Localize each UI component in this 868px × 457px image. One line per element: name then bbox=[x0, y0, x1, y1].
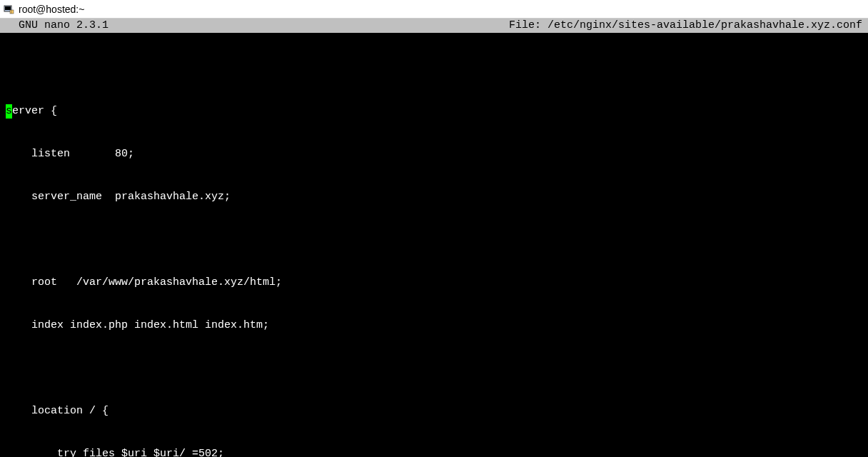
svg-rect-1 bbox=[5, 6, 11, 10]
file-line bbox=[0, 233, 868, 247]
file-line bbox=[0, 361, 868, 376]
file-line: server_name prakashavhale.xyz; bbox=[0, 190, 868, 204]
window-title: root@hosted:~ bbox=[19, 4, 84, 15]
nano-header: GNU nano 2.3.1 File: /etc/nginx/sites-av… bbox=[0, 19, 868, 33]
file-line: server { bbox=[0, 104, 868, 119]
editor-content[interactable]: server { listen 80; server_name prakasha… bbox=[0, 33, 868, 457]
file-line: try_files $uri $uri/ =502; bbox=[0, 447, 868, 457]
file-line: listen 80; bbox=[0, 147, 868, 161]
terminal[interactable]: GNU nano 2.3.1 File: /etc/nginx/sites-av… bbox=[0, 19, 868, 457]
nano-file: File: /etc/nginx/sites-available/prakash… bbox=[509, 19, 868, 33]
svg-rect-2 bbox=[10, 10, 14, 14]
file-line: location / { bbox=[0, 404, 868, 418]
file-line: index index.php index.html index.htm; bbox=[0, 318, 868, 333]
nano-version: GNU nano 2.3.1 bbox=[0, 19, 108, 33]
cursor: s bbox=[6, 104, 12, 119]
putty-icon bbox=[3, 4, 14, 15]
window-titlebar[interactable]: root@hosted:~ bbox=[0, 0, 868, 19]
file-line: root /var/www/prakashavhale.xyz/html; bbox=[0, 276, 868, 290]
